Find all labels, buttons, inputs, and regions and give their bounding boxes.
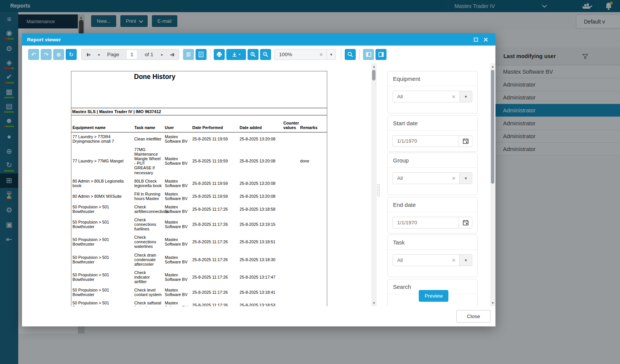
equipment-label: Equipment bbox=[388, 71, 477, 86]
report-cell: 25-8-2025 13:20:08 bbox=[238, 132, 282, 146]
report-cell bbox=[299, 177, 327, 190]
previous-page-button[interactable]: ◂ bbox=[98, 52, 99, 57]
zoom-out-button[interactable] bbox=[260, 49, 271, 60]
first-page-button[interactable]: ▮◂ bbox=[87, 52, 90, 57]
report-row: 80 Admin > 80LB Legionella book80LB Chec… bbox=[71, 177, 327, 190]
export-button[interactable]: ▾ bbox=[226, 49, 246, 60]
report-cell: 25-8-2025 13:20:08 bbox=[238, 190, 282, 203]
report-cell: Mastex Software BV bbox=[164, 286, 191, 299]
end-date-filter-card: End date 1/1/1970 bbox=[387, 197, 478, 233]
report-cell: 25-8-2025 11:19:59 bbox=[191, 145, 239, 176]
report-row: 50 Propulsion > 501 BowthrusterCheck con… bbox=[71, 233, 327, 251]
report-cell bbox=[282, 251, 299, 268]
report-cell: Mastex Software BV bbox=[164, 233, 191, 251]
report-column-header: Date Performed bbox=[191, 115, 239, 132]
search-button[interactable] bbox=[345, 49, 356, 60]
panel-left-icon bbox=[366, 52, 371, 57]
report-cell: 25-8-2025 13:18:41 bbox=[238, 286, 282, 299]
dropdown-caret-icon[interactable]: ▼ bbox=[459, 255, 472, 266]
preview-button[interactable]: Preview bbox=[419, 290, 448, 302]
calendar-icon[interactable] bbox=[459, 217, 472, 228]
report-cell: 25-8-2025 11:17:26 bbox=[191, 233, 239, 251]
task-value: All bbox=[393, 257, 448, 263]
toggle-left-panel-button[interactable] bbox=[363, 49, 374, 60]
scroll-up-icon[interactable]: ▲ bbox=[372, 65, 375, 68]
report-cell: 80LB Check legionella book bbox=[133, 177, 164, 190]
page-navigation: ▮◂ ◂ Page of 1 ▸ ▸▮ bbox=[81, 49, 179, 60]
maximize-icon bbox=[474, 38, 478, 42]
report-cell: Mastex Software BV bbox=[164, 132, 191, 146]
page-layout-button[interactable] bbox=[196, 49, 207, 60]
task-select[interactable]: All ✕ ▼ bbox=[393, 254, 472, 266]
report-cell: 50 Propulsion > 501 Bowthruster bbox=[71, 251, 133, 268]
report-cell: 50 Propulsion > 501 Bowthruster bbox=[71, 268, 133, 286]
clear-icon[interactable]: ✕ bbox=[448, 258, 459, 263]
last-page-button[interactable]: ▸▮ bbox=[170, 52, 174, 57]
back-button[interactable]: ↶ bbox=[28, 49, 39, 60]
scrollbar-thumb[interactable] bbox=[372, 70, 375, 80]
zoom-dropdown-button[interactable]: ▼ bbox=[327, 49, 336, 60]
zoom-level-combo[interactable]: 100% ✕ ▼ bbox=[274, 49, 336, 60]
report-cell: Check saftseal for leakage bbox=[133, 299, 164, 306]
text-layout-icon bbox=[186, 52, 191, 57]
report-cell: 50 Propulsion > 501 Bowthruster bbox=[71, 286, 133, 299]
scroll-up-icon[interactable]: ▲ bbox=[491, 65, 494, 68]
report-cell: 25-8-2025 11:19:59 bbox=[191, 190, 239, 203]
report-row: 50 Propulsion > 501 BowthrusterCheck air… bbox=[71, 203, 327, 216]
maximize-button[interactable] bbox=[471, 35, 481, 44]
start-date-input[interactable]: 1/1/1970 bbox=[393, 135, 472, 147]
panel-splitter[interactable] bbox=[377, 63, 380, 306]
report-row: 50 Propulsion > 501 BowthrusterCheck dra… bbox=[71, 251, 327, 268]
zoom-in-button[interactable] bbox=[248, 49, 259, 60]
refresh-button[interactable]: ↻ bbox=[66, 49, 77, 60]
report-preview-area: Done History Mastex SLS | Mastex Trader … bbox=[22, 63, 371, 306]
continuous-layout-button[interactable] bbox=[183, 49, 194, 60]
report-cell: 50 Propulsion > 501 Bowthruster bbox=[71, 233, 133, 251]
scroll-down-icon[interactable]: ▼ bbox=[372, 301, 375, 305]
clear-icon[interactable]: ✕ bbox=[448, 176, 459, 181]
report-cell bbox=[282, 216, 299, 233]
page-label: Page bbox=[107, 52, 119, 57]
report-cell: 25-8-2025 13:18:58 bbox=[238, 203, 282, 216]
scroll-down-icon[interactable]: ▼ bbox=[491, 301, 494, 305]
clear-icon[interactable]: ✕ bbox=[448, 94, 459, 99]
scrollbar-thumb[interactable] bbox=[491, 70, 494, 184]
equipment-value: All bbox=[393, 94, 448, 99]
dialog-titlebar[interactable]: Report viewer bbox=[22, 33, 495, 46]
report-scrollbar[interactable]: ▲ ▼ bbox=[371, 63, 377, 306]
report-title: Done History bbox=[134, 73, 175, 81]
report-cell: 25-8-2025 13:20:08 bbox=[238, 177, 282, 190]
report-cell bbox=[282, 286, 299, 299]
report-cell bbox=[299, 286, 327, 299]
report-cell: 25-8-2025 13:18:30 bbox=[238, 251, 282, 268]
dropdown-caret-icon[interactable]: ▼ bbox=[459, 91, 472, 102]
zoom-in-icon bbox=[250, 52, 256, 57]
dropdown-caret-icon[interactable]: ▼ bbox=[459, 173, 472, 184]
calendar-icon[interactable] bbox=[459, 136, 472, 147]
report-cell: 25-8-2025 11:17:26 bbox=[191, 286, 239, 299]
report-cell: Mastex Software BV bbox=[164, 299, 191, 306]
next-page-button[interactable]: ▸ bbox=[161, 52, 163, 57]
print-report-button[interactable] bbox=[214, 49, 225, 60]
cancel-rendering-button[interactable]: ⊗ bbox=[53, 49, 64, 60]
toggle-right-panel-button[interactable] bbox=[375, 49, 387, 60]
report-row: 50 Propulsion > 501 BowthrusterCheck ind… bbox=[71, 268, 327, 286]
report-cell: 25-8-2025 13:19:15 bbox=[238, 216, 282, 233]
close-button[interactable]: Close bbox=[456, 310, 491, 323]
report-cell bbox=[299, 216, 327, 233]
page-number-input[interactable] bbox=[127, 50, 137, 59]
report-cell bbox=[282, 145, 299, 176]
clear-zoom-icon[interactable]: ✕ bbox=[316, 52, 327, 57]
close-dialog-button[interactable] bbox=[481, 35, 491, 44]
search-icon bbox=[347, 52, 353, 57]
zoom-level-value: 100% bbox=[275, 52, 316, 57]
forward-button[interactable]: ↷ bbox=[41, 49, 52, 60]
equipment-select[interactable]: All ✕ ▼ bbox=[393, 91, 472, 102]
end-date-input[interactable]: 1/1/1970 bbox=[393, 217, 472, 228]
group-select[interactable]: All ✕ ▼ bbox=[393, 172, 472, 184]
report-cell bbox=[299, 203, 327, 216]
report-cell: Check airfilterconnections bbox=[133, 203, 164, 216]
group-filter-card: Group All ✕ ▼ bbox=[387, 153, 478, 195]
report-column-header: Equipment name bbox=[71, 115, 133, 132]
parameters-scrollbar[interactable]: ▲ ▼ bbox=[490, 63, 495, 306]
